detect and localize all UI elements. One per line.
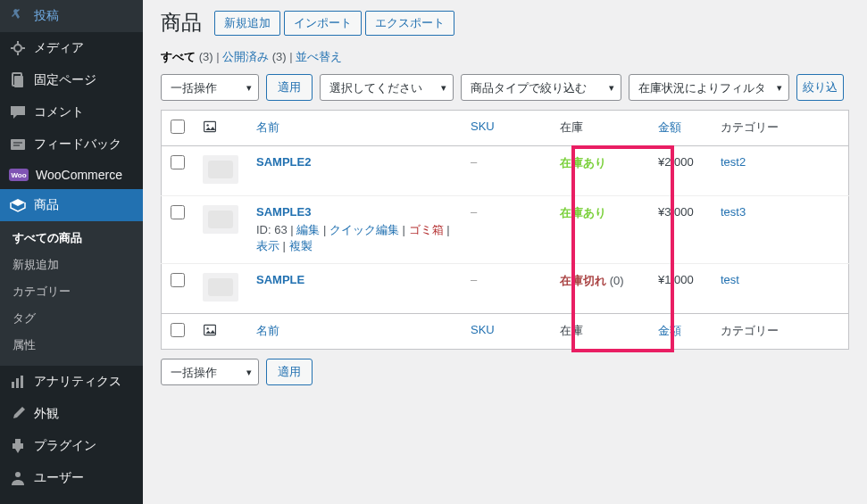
image-column-icon [203, 120, 217, 134]
media-icon [9, 39, 27, 57]
svg-rect-3 [11, 139, 25, 150]
filter-all-count: (3) [199, 50, 213, 63]
menu-users[interactable]: ユーザー [0, 462, 143, 494]
table-row: SAMPLE2 – 在庫あり ¥2,000 test2 [162, 146, 849, 196]
pin-icon [9, 7, 27, 25]
col-sku[interactable]: SKU [462, 111, 551, 146]
woo-icon: Woo [9, 169, 29, 181]
filter-product-type-select[interactable]: 商品タイプで絞り込む [461, 74, 621, 101]
filter-stock-select[interactable]: 在庫状況によりフィルタ [629, 74, 789, 101]
product-name-link[interactable]: SAMPLE3 [256, 205, 311, 219]
sku-value: – [471, 273, 477, 286]
submenu-products: すべての商品 新規追加 カテゴリー タグ 属性 [0, 221, 143, 366]
page-header: 商品 新規追加 インポート エクスポート [161, 0, 849, 49]
col-name-foot[interactable]: 名前 [247, 314, 462, 350]
menu-feedback[interactable]: フィードバック [0, 128, 143, 161]
sku-value: – [471, 155, 477, 169]
col-stock[interactable]: 在庫 [551, 111, 649, 146]
svg-point-9 [206, 124, 208, 126]
row-checkbox[interactable] [171, 205, 185, 219]
menu-products[interactable]: 商品 [0, 189, 143, 221]
col-name[interactable]: 名前 [247, 111, 462, 146]
svg-rect-2 [14, 76, 23, 87]
col-price[interactable]: 金額 [649, 111, 712, 146]
stock-status: 在庫あり [560, 206, 606, 219]
col-price-foot[interactable]: 金額 [649, 314, 712, 350]
duplicate-link[interactable]: 複製 [289, 239, 313, 252]
tablenav-bottom: 一括操作 適用 [161, 359, 849, 385]
col-stock-foot[interactable]: 在庫 [551, 314, 649, 350]
menu-woocommerce[interactable]: WooWooCommerce [0, 161, 143, 189]
submenu-categories[interactable]: カテゴリー [0, 278, 143, 305]
submenu-all-products[interactable]: すべての商品 [0, 225, 143, 252]
row-actions: ID: 63 | 編集 | クイック編集 | ゴミ箱 | 表示 | 複製 [256, 222, 453, 254]
bulk-apply-top[interactable]: 適用 [266, 74, 313, 101]
price-value: ¥1,000 [649, 264, 712, 314]
add-new-button[interactable]: 新規追加 [214, 11, 280, 36]
category-link[interactable]: test [721, 273, 739, 286]
main-content: 商品 新規追加 インポート エクスポート すべて (3) | 公開済み (3) … [143, 0, 867, 504]
export-button[interactable]: エクスポート [365, 11, 454, 36]
filter-category-select[interactable]: 選択してください [320, 74, 454, 101]
plugin-icon [9, 437, 27, 455]
select-all-top[interactable] [171, 120, 185, 134]
edit-link[interactable]: 編集 [296, 223, 320, 236]
menu-plugins[interactable]: プラグイン [0, 430, 143, 462]
category-link[interactable]: test3 [721, 205, 746, 219]
filter-all-label: すべて [161, 50, 196, 63]
admin-sidebar: 投稿 メディア 固定ページ コメント フィードバック WooWooCommerc… [0, 0, 143, 504]
brush-icon [9, 405, 27, 423]
stock-count: (0) [610, 274, 624, 287]
page-title: 商品 [161, 9, 202, 37]
col-categories[interactable]: カテゴリー [712, 111, 849, 146]
stock-status: 在庫あり [560, 156, 606, 169]
menu-posts[interactable]: 投稿 [0, 0, 143, 32]
bulk-action-select-bottom[interactable]: 一括操作 [161, 359, 259, 385]
product-name-link[interactable]: SAMPLE2 [256, 155, 311, 169]
submenu-add-new[interactable]: 新規追加 [0, 252, 143, 278]
svg-point-11 [206, 327, 208, 329]
product-name-link[interactable]: SAMPLE [256, 273, 304, 286]
bulk-action-select-top[interactable]: 一括操作 [161, 74, 259, 101]
view-link[interactable]: 表示 [256, 239, 279, 252]
col-categories-foot[interactable]: カテゴリー [712, 314, 849, 350]
filter-published[interactable]: 公開済み [222, 50, 269, 63]
import-button[interactable]: インポート [284, 11, 362, 36]
bulk-apply-bottom[interactable]: 適用 [266, 359, 313, 385]
row-checkbox[interactable] [171, 273, 185, 287]
page-icon [9, 71, 27, 89]
filter-sort[interactable]: 並べ替え [296, 50, 342, 63]
product-thumbnail[interactable] [203, 155, 238, 184]
users-icon [9, 469, 27, 487]
svg-point-7 [15, 472, 21, 477]
product-thumbnail[interactable] [203, 273, 238, 302]
analytics-icon [9, 373, 27, 391]
filter-published-count: (3) [272, 50, 287, 63]
select-all-bottom[interactable] [171, 323, 185, 337]
menu-analytics[interactable]: アナリティクス [0, 366, 143, 398]
table-row: SAMPLE – 在庫切れ (0) ¥1,000 test [162, 264, 849, 314]
submenu-tags[interactable]: タグ [0, 305, 143, 332]
svg-rect-4 [12, 382, 14, 388]
menu-appearance[interactable]: 外観 [0, 398, 143, 430]
quick-edit-link[interactable]: クイック編集 [329, 223, 399, 236]
trash-link[interactable]: ゴミ箱 [409, 223, 444, 236]
comment-icon [9, 103, 27, 121]
menu-comments[interactable]: コメント [0, 96, 143, 128]
products-table: 名前 SKU 在庫 金額 カテゴリー SAMPLE2 – 在庫あり ¥2,000… [161, 110, 849, 350]
filter-submit[interactable]: 絞り込 [796, 74, 844, 101]
svg-rect-5 [16, 378, 19, 388]
table-row: SAMPLE3ID: 63 | 編集 | クイック編集 | ゴミ箱 | 表示 |… [162, 196, 849, 264]
col-sku-foot[interactable]: SKU [462, 314, 551, 350]
category-link[interactable]: test2 [721, 155, 746, 169]
menu-media[interactable]: メディア [0, 32, 143, 64]
row-checkbox[interactable] [171, 155, 185, 169]
submenu-attributes[interactable]: 属性 [0, 332, 143, 359]
feedback-icon [9, 136, 27, 153]
view-filters: すべて (3) | 公開済み (3) | 並べ替え [161, 49, 849, 65]
menu-tools[interactable]: ツール [0, 494, 143, 504]
svg-point-0 [14, 45, 21, 52]
product-thumbnail[interactable] [203, 205, 238, 234]
menu-pages[interactable]: 固定ページ [0, 64, 143, 96]
tablenav-top: 一括操作 適用 選択してください 商品タイプで絞り込む 在庫状況によりフィルタ … [161, 74, 849, 101]
